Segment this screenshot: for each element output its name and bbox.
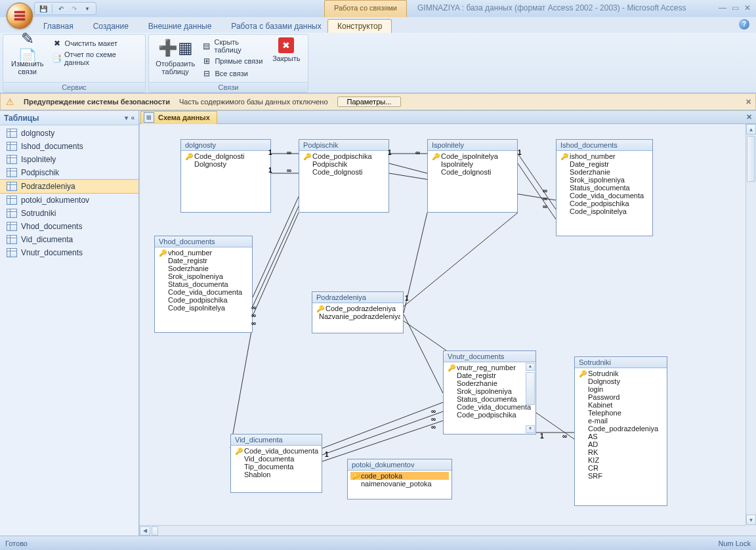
field-row[interactable]: 🔑ishod_number — [559, 152, 650, 160]
office-button[interactable] — [7, 3, 33, 29]
scroll-left-icon[interactable]: ◀ — [140, 526, 150, 536]
tab-design[interactable]: Конструктор — [327, 19, 392, 33]
table-sotrudniki[interactable]: Sotrudniki🔑SotrudnikDolgnostyloginPasswo… — [574, 356, 667, 506]
scroll-thumb[interactable] — [747, 136, 755, 182]
tab-create[interactable]: Создание — [89, 20, 133, 33]
field-row[interactable]: Status_documenta — [559, 184, 650, 192]
direct-relations-button[interactable]: ⊞Прямые связи — [200, 55, 266, 67]
field-row[interactable]: 🔑Code_podpischika — [302, 152, 386, 160]
field-row[interactable]: Password — [578, 393, 664, 401]
nav-collapse-icon[interactable]: « — [131, 114, 135, 121]
maximize-icon[interactable]: ▭ — [732, 3, 739, 12]
table-dolgnosty[interactable]: dolgnosty🔑Code_dolgnostiDolgnosty — [180, 139, 271, 213]
table-title[interactable]: Podpischik — [299, 140, 388, 151]
field-row[interactable]: e-mail — [578, 417, 664, 425]
field-row[interactable]: Soderzhanie — [446, 379, 533, 387]
scroll-up-icon[interactable]: ▲ — [746, 124, 756, 135]
field-row[interactable]: Tip_documenta — [234, 463, 319, 471]
field-row[interactable]: 🔑code_potoka — [350, 472, 449, 480]
table-title[interactable]: potoki_dokumentov — [348, 459, 452, 471]
field-row[interactable]: 🔑Code_ispolnitelya — [430, 152, 514, 160]
qat-dropdown-icon[interactable]: ▼ — [81, 3, 93, 14]
field-row[interactable]: Dolgnosty — [184, 160, 268, 168]
table-title[interactable]: Ishod_documents — [556, 140, 652, 151]
show-table-button[interactable]: ➕▦ Отобразить таблицу — [153, 36, 198, 77]
table-title[interactable]: Vhod_documents — [155, 236, 252, 247]
document-close-icon[interactable]: ✕ — [746, 113, 752, 121]
field-row[interactable]: Code_ispolnitelya — [158, 304, 249, 312]
clear-layout-button[interactable]: ✖Очистить макет — [51, 37, 141, 49]
field-row[interactable]: CR — [578, 464, 664, 472]
field-row[interactable]: 🔑Code_vida_documenta — [234, 447, 319, 455]
field-row[interactable]: login — [578, 385, 664, 393]
field-row[interactable]: 🔑Code_dolgnosti — [184, 152, 268, 160]
nav-item-dolgnosty[interactable]: dolgnosty — [0, 127, 138, 140]
field-row[interactable]: Srok_ispolneniya — [559, 176, 650, 184]
hide-table-button[interactable]: ▤Скрыть таблицу — [200, 37, 266, 54]
redo-icon[interactable]: ↷ — [68, 3, 80, 14]
field-scroll-down-icon[interactable]: ▼ — [526, 425, 535, 433]
field-row[interactable]: 🔑Code_podrazdeleniya — [315, 305, 400, 312]
field-row[interactable]: Code_dolgnosti — [302, 168, 386, 176]
field-scroll-thumb[interactable] — [526, 372, 535, 405]
table-ishod[interactable]: Ishod_documents🔑ishod_numberDate_registr… — [556, 139, 653, 236]
table-potoki[interactable]: potoki_dokumentov🔑code_potokanaimenovani… — [347, 459, 452, 499]
nav-item-sotrudniki[interactable]: Sotrudniki — [0, 207, 138, 220]
undo-icon[interactable]: ↶ — [55, 3, 67, 14]
table-ispolnitely[interactable]: Ispolnitely🔑Code_ispolnitelyaIspolnitely… — [427, 139, 518, 213]
nav-header-dropdown-icon[interactable]: ▾ — [125, 114, 128, 121]
table-title[interactable]: Podrazdeleniya — [312, 292, 403, 303]
field-row[interactable]: Srok_ispolneniya — [158, 272, 249, 280]
field-row[interactable]: RK — [578, 448, 664, 456]
field-row[interactable]: AS — [578, 433, 664, 440]
table-vnutr[interactable]: Vnutr_documents🔑vnutr_reg_numberDate_reg… — [443, 350, 536, 434]
nav-item-ishod_documents[interactable]: Ishod_documents — [0, 140, 138, 153]
help-icon[interactable]: ? — [739, 19, 749, 30]
field-row[interactable]: Kabinet — [578, 401, 664, 409]
field-row[interactable]: Code_dolgnosti — [430, 168, 514, 176]
edit-relations-button[interactable]: ✎📄 Изменить связи — [7, 36, 48, 77]
field-row[interactable]: Date_registr — [446, 371, 533, 379]
scroll-down-icon[interactable]: ▼ — [746, 515, 756, 525]
field-row[interactable]: Podpischik — [302, 160, 386, 168]
close-icon[interactable]: ✕ — [744, 3, 751, 12]
field-row[interactable]: Srok_ispolneniya — [446, 387, 533, 395]
nav-item-podrazdeleniya[interactable]: Podrazdeleniya — [0, 179, 138, 194]
field-row[interactable]: Code_podpischika — [446, 411, 533, 419]
tab-external-data[interactable]: Внешние данные — [144, 20, 216, 33]
table-podrazd[interactable]: Podrazdeleniya🔑Code_podrazdeleniyaNazvan… — [312, 291, 404, 333]
field-row[interactable]: Code_vida_documenta — [559, 192, 650, 200]
table-title[interactable]: Ispolnitely — [428, 140, 517, 151]
field-row[interactable]: Telephone — [578, 409, 664, 417]
nav-item-vid_dicumenta[interactable]: Vid_dicumenta — [0, 233, 138, 246]
minimize-icon[interactable]: — — [719, 3, 726, 12]
table-title[interactable]: Sotrudniki — [575, 357, 667, 368]
field-row[interactable]: Code_podpischika — [158, 296, 249, 304]
field-row[interactable]: SRF — [578, 472, 664, 480]
field-row[interactable]: Soderzhanie — [559, 168, 650, 176]
nav-header[interactable]: Таблицы ▾ « — [0, 111, 138, 125]
table-vid[interactable]: Vid_dicumenta🔑Code_vida_documentaVid_doc… — [230, 434, 322, 493]
field-row[interactable]: KIZ — [578, 456, 664, 464]
field-row[interactable]: Dolgnosty — [578, 377, 664, 385]
save-icon[interactable]: 💾 — [37, 3, 49, 14]
field-row[interactable]: Code_vida_documenta — [446, 403, 533, 411]
field-row[interactable]: AD — [578, 440, 664, 448]
tab-database-tools[interactable]: Работа с базами данных — [227, 20, 325, 33]
field-row[interactable]: Code_podpischika — [559, 200, 650, 207]
field-row[interactable]: Vid_documenta — [234, 455, 319, 463]
vertical-scrollbar[interactable]: ▲ ▼ — [746, 124, 756, 525]
close-button[interactable]: ✖ Закрыть — [269, 36, 304, 64]
field-row[interactable]: naimenovanie_potoka — [350, 480, 449, 488]
all-relations-button[interactable]: ⊟Все связи — [200, 68, 266, 79]
field-row[interactable]: Ispolnitely — [430, 160, 514, 168]
table-vhod[interactable]: Vhod_documents🔑vhod_numberDate_registrSo… — [154, 236, 253, 333]
field-row[interactable]: Status_documenta — [446, 395, 533, 403]
nav-item-podpischik[interactable]: Podpischik — [0, 166, 138, 179]
field-row[interactable]: Shablon — [234, 471, 319, 478]
field-row[interactable]: Code_podrazdeleniya — [578, 425, 664, 433]
security-options-button[interactable]: Параметры... — [337, 96, 402, 107]
nav-item-potoki_dokumentov[interactable]: potoki_dokumentov — [0, 194, 138, 207]
field-row[interactable]: 🔑vhod_number — [158, 249, 249, 257]
table-podpischik[interactable]: Podpischik🔑Code_podpischikaPodpischikCod… — [299, 139, 389, 213]
